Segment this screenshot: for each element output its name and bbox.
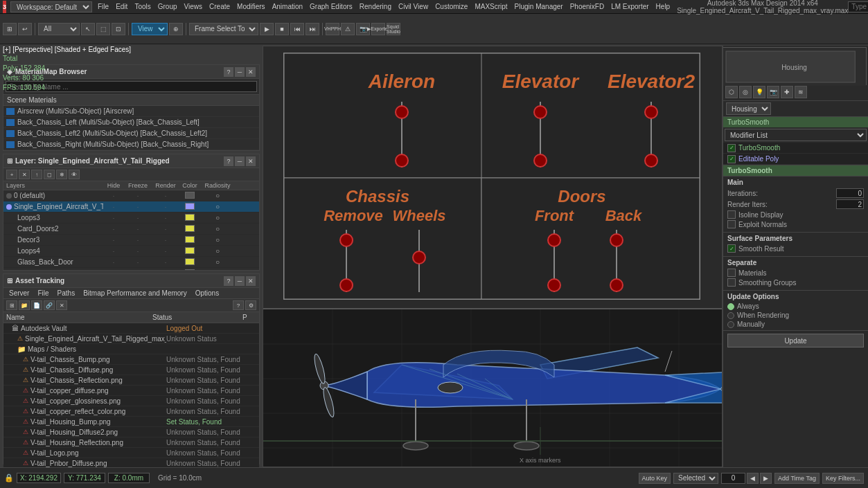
viewport-shading-dropdown[interactable]: View	[132, 23, 168, 35]
menu-tools[interactable]: Tools	[134, 3, 150, 10]
global-search-input[interactable]	[848, 1, 868, 12]
smoothing-groups-checkbox[interactable]	[727, 278, 736, 287]
menu-customize[interactable]: Customize	[435, 3, 468, 10]
toolbar-squid-icon[interactable]: Squid Studio	[387, 23, 400, 35]
modifier-turbosmooth[interactable]: ✓ TurboSmooth	[723, 143, 868, 154]
layer-item-default[interactable]: 0 (default) · · · ○	[3, 190, 259, 201]
asset-item-maps[interactable]: 📁Maps / Shaders	[3, 344, 259, 354]
layer-move-btn[interactable]: ↑	[31, 170, 42, 179]
layer-item-decor3[interactable]: Decor3 ·· · ○	[3, 235, 259, 246]
menu-create[interactable]: Create	[209, 3, 230, 10]
menu-animation[interactable]: Animation	[272, 3, 303, 10]
asset-item-copper-reflect[interactable]: ⚠V-tail_copper_reflect_color.png Unknown…	[3, 406, 259, 417]
layer-panel-help[interactable]: ?	[224, 156, 233, 166]
asset-btn-4[interactable]: 🔗	[44, 300, 55, 310]
asset-panel-minimize[interactable]: ─	[235, 276, 245, 286]
modifier-editable-poly[interactable]: ✓ Editable Poly	[723, 154, 868, 165]
mat-panel-help[interactable]: ?	[224, 67, 233, 77]
manually-radio-row[interactable]: Manually	[727, 320, 864, 328]
menu-phoenixfd[interactable]: PhoenixFD	[570, 3, 604, 10]
mat-item-3[interactable]: Back_Chassis_Left2 (Multi/Sub-Object) [B…	[3, 128, 259, 139]
play-icon[interactable]: ▶	[260, 23, 274, 35]
layer-select-btn[interactable]: ◻	[44, 170, 55, 179]
layer-delete-btn[interactable]: ✕	[19, 170, 30, 179]
toolbar-exporter-icon[interactable]: ▶Exporter	[371, 23, 385, 35]
menu-civil-view[interactable]: Civil View	[398, 3, 428, 10]
layer-panel-close[interactable]: ✕	[246, 156, 256, 166]
layer-item-backdoor[interactable]: Back_Door ·· · ○	[3, 268, 259, 270]
menu-file[interactable]: File	[98, 3, 109, 10]
menu-lm-exporter[interactable]: LM Exporter	[611, 3, 648, 10]
workspace-dropdown[interactable]: Workspace: Default	[10, 1, 92, 12]
always-radio-row[interactable]: Always	[727, 302, 864, 310]
menu-modifiers[interactable]: Modifiers	[237, 3, 265, 10]
manually-radio[interactable]	[727, 321, 734, 328]
asset-menu-paths[interactable]: Paths	[55, 289, 78, 297]
asset-item-housing-bump[interactable]: ⚠V-tail_Housing_Bump.png Set Status, Fou…	[3, 417, 259, 427]
asset-btn-1[interactable]: ⊞	[6, 300, 17, 310]
layer-freeze-all-btn[interactable]: ❄	[56, 170, 67, 179]
select-icon[interactable]: ↖	[81, 23, 95, 35]
layer-item-main[interactable]: Single_Engined_Aircraft_V_Tail_Rigg · · …	[3, 201, 259, 213]
materials-checkbox[interactable]	[727, 269, 736, 277]
region-icon[interactable]: ⬚	[96, 23, 110, 35]
key-filters-btn[interactable]: Key Filters...	[822, 473, 864, 484]
mat-panel-minimize[interactable]: ─	[235, 67, 245, 77]
mat-item-4[interactable]: Back_Chassis_Right (Multi/Sub-Object) [B…	[3, 139, 259, 150]
asset-menu-options[interactable]: Options	[193, 289, 222, 297]
modifier-list-dropdown[interactable]: Modifier List	[725, 129, 867, 141]
render-iters-input[interactable]	[836, 199, 864, 209]
asset-item-vault[interactable]: 🏛Autodesk Vault Logged Out	[3, 323, 259, 334]
asset-menu-bitmap[interactable]: Bitmap Performance and Memory	[80, 289, 190, 297]
exploit-normals-checkbox[interactable]	[727, 220, 736, 228]
menu-help[interactable]: Help	[656, 3, 671, 10]
always-radio[interactable]	[727, 303, 734, 310]
smooth-result-checkbox[interactable]: ✓	[727, 244, 736, 253]
asset-item-main-file[interactable]: ⚠Single_Engined_Aircraft_V_Tail_Rigged_m…	[3, 334, 259, 344]
toolbar-icon-1[interactable]: ⊞	[3, 23, 17, 35]
menu-maxscript[interactable]: MAXScript	[475, 3, 507, 10]
select-filter-dropdown[interactable]: All	[38, 23, 80, 35]
iterations-input[interactable]	[836, 188, 864, 198]
add-time-tag-btn[interactable]: Add Time Tag	[774, 473, 820, 484]
housing-dropdown[interactable]: Housing	[726, 102, 771, 115]
rp-shape-btn[interactable]: ◎	[739, 86, 752, 98]
layer-panel-minimize[interactable]: ─	[235, 156, 245, 166]
toolbar-warning-icon[interactable]: ⚠	[341, 23, 355, 35]
aircraft-viewport[interactable]: X axis markers	[263, 309, 722, 467]
mat-item-2[interactable]: Back_Chassis_Left (Multi/Sub-Object) [Ba…	[3, 117, 259, 128]
selected-dropdown[interactable]: Selected	[673, 473, 718, 484]
window-crossing-icon[interactable]: ⊡	[112, 23, 125, 35]
layer-item-loops4[interactable]: Loops4 ·· · ○	[3, 246, 259, 257]
when-rendering-radio[interactable]	[727, 312, 734, 319]
rp-camera-btn[interactable]: 📷	[767, 86, 779, 98]
render-preset-dropdown[interactable]: Frame Select Tools	[189, 23, 258, 35]
toolbar-icon-2[interactable]: ↩	[18, 23, 32, 35]
asset-menu-server[interactable]: Server	[6, 289, 32, 297]
prev-frame-btn[interactable]: ◀	[747, 473, 759, 484]
mat-item-1[interactable]: Airscrew (Multi/Sub-Object) [Airscrew]	[3, 106, 259, 117]
frame-input[interactable]	[721, 473, 745, 484]
asset-btn-5[interactable]: ✕	[56, 300, 67, 310]
asset-item-logo[interactable]: ⚠V-tail_Logo.png Unknown Status, Found	[3, 448, 259, 458]
rp-spacewarp-btn[interactable]: ≋	[795, 86, 807, 98]
next-frame-btn[interactable]: ▶	[760, 473, 772, 484]
rp-light-btn[interactable]: 💡	[753, 86, 765, 98]
isoline-checkbox[interactable]	[727, 210, 736, 219]
asset-panel-close[interactable]: ✕	[246, 276, 256, 286]
asset-panel-help[interactable]: ?	[224, 276, 233, 286]
layer-hide-all-btn[interactable]: 👁	[69, 170, 80, 179]
asset-btn-6[interactable]: ?	[233, 300, 244, 310]
asset-item-bump[interactable]: ⚠V-tail_Chassis_Bump.png Unknown Status,…	[3, 354, 259, 365]
asset-item-housing-refl[interactable]: ⚠V-tail_Housing_Reflection.png Unknown S…	[3, 437, 259, 448]
layer-new-btn[interactable]: +	[6, 170, 17, 179]
asset-item-reflection[interactable]: ⚠V-tail_Chassis_Reflection.png Unknown S…	[3, 375, 259, 386]
asset-btn-3[interactable]: 📄	[31, 300, 42, 310]
main-viewport[interactable]: Aileron Elevator Elevator2	[263, 46, 723, 467]
toolbar-3d-snap[interactable]: ⊕	[169, 23, 183, 35]
asset-item-copper-gloss[interactable]: ⚠V-tail_copper_glossiness.png Unknown St…	[3, 396, 259, 406]
prev-icon[interactable]: ⏮	[290, 23, 304, 35]
rp-helper-btn[interactable]: ✚	[781, 86, 793, 98]
layer-item-loops3[interactable]: Loops3 · · · ○	[3, 213, 259, 224]
asset-btn-7[interactable]: ⚙	[245, 300, 256, 310]
